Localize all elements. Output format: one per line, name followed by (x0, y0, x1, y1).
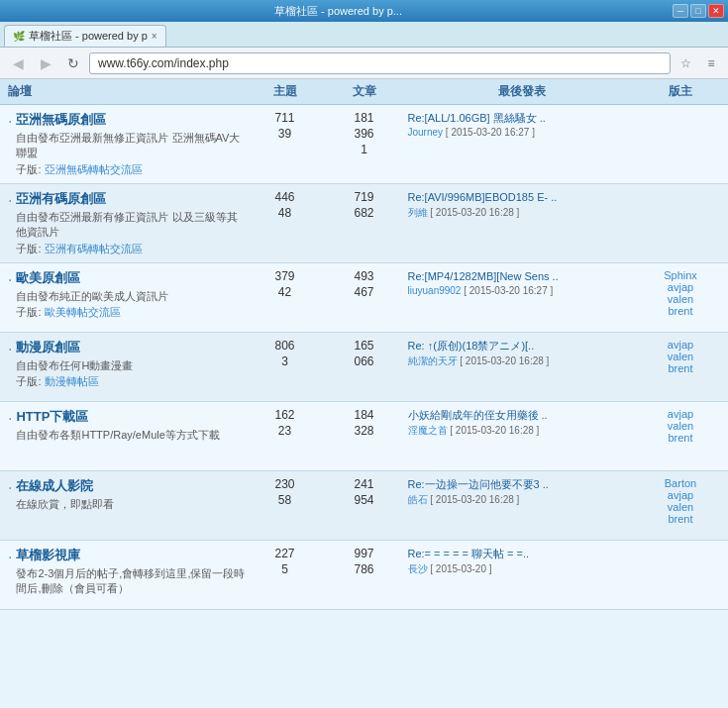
topics-num1: 379 (274, 269, 294, 283)
moderator-link[interactable]: brent (641, 432, 720, 444)
posts-num1: 184 (354, 408, 373, 422)
forum-title-content: 歐美原創區 自由發布純正的歐美成人資訊片 子版: 歐美轉帖交流區 (16, 269, 168, 320)
posts-num1: 997 (354, 547, 373, 560)
browser-tab[interactable]: 🌿 草榴社區 - powered by p × (4, 25, 166, 47)
last-post-user[interactable]: 淫魔之首 (408, 425, 448, 436)
subboard-link[interactable]: 動漫轉帖區 (45, 375, 99, 387)
forum-lastpost-col: Re:= = = = = 聊天帖 = =.. 長沙 [ 2015-03-20 ] (404, 547, 642, 576)
header-forum: 論壇 (8, 83, 246, 100)
last-post-meta: 純潔的天牙 [ 2015-03-20 16:28 ] (408, 354, 642, 368)
forum-title-link[interactable]: 亞洲有碼原創區 (16, 190, 245, 208)
forum-title-link[interactable]: 草榴影視庫 (16, 547, 245, 564)
moderator-link[interactable]: valen (641, 293, 720, 305)
topics-num1: 806 (274, 339, 294, 353)
last-post-title[interactable]: 小妖給剛成年的侄女用藥後 .. (408, 408, 642, 422)
last-post-user[interactable]: 皓石 (408, 494, 428, 505)
maximize-button[interactable]: □ (690, 4, 706, 18)
table-row: · 草榴影視庫 發布2-3個月后的帖子,會轉移到這里,保留一段時間后,刪除（會員… (0, 541, 728, 610)
moderator-link[interactable]: Sphinx (641, 269, 720, 281)
subboard-link[interactable]: 亞洲有碼轉帖交流區 (45, 243, 143, 254)
forum-title-link[interactable]: 動漫原創區 (16, 339, 133, 356)
forum-subboard: 子版: 亞洲有碼轉帖交流區 (16, 242, 245, 256)
subboard-link[interactable]: 歐美轉帖交流區 (45, 306, 121, 318)
forum-posts-col: 165 066 (325, 339, 404, 368)
last-post-user[interactable]: liuyuan9902 (408, 285, 462, 296)
last-post-title[interactable]: Re:[MP4/1282MB][New Sens .. (408, 269, 642, 283)
tab-close-button[interactable]: × (152, 31, 157, 42)
forum-title-content: HTTP下載區 自由發布各類HTTP/Ray/eMule等方式下載 (16, 408, 219, 443)
moderator-link[interactable]: brent (641, 305, 720, 317)
forum-moderator-col: avjap valen brent (641, 339, 720, 374)
bookmark-icon[interactable]: ☆ (675, 52, 696, 74)
forum-title-content: 動漫原創區 自由發布任何H動畫漫畫 子版: 動漫轉帖區 (16, 339, 133, 389)
forum-title-content: 亞洲有碼原創區 自由發布亞洲最新有修正資訊片 以及三級等其他資訊片 子版: 亞洲… (16, 190, 245, 256)
moderator-link[interactable]: Barton (641, 477, 720, 489)
forum-title-col: · 草榴影視庫 發布2-3個月后的帖子,會轉移到這里,保留一段時間后,刪除（會員… (8, 547, 246, 597)
forum-title-col: · 在線成人影院 在線欣賞，即點即看 (8, 477, 246, 512)
refresh-button[interactable]: ↻ (61, 51, 85, 75)
posts-num2: 954 (354, 493, 373, 507)
moderator-link[interactable]: valen (641, 351, 720, 362)
subboard-link[interactable]: 亞洲無碼轉帖交流區 (45, 163, 143, 175)
last-post-date: 2015-03-20 16:28 (436, 494, 514, 505)
posts-num3: 1 (361, 143, 367, 156)
posts-num1: 719 (354, 190, 373, 204)
moderator-link[interactable]: valen (641, 501, 720, 513)
last-post-user[interactable]: 長沙 (408, 563, 428, 574)
moderator-link[interactable]: avjap (641, 281, 720, 293)
header-moderator: 版主 (641, 83, 720, 100)
forum-lastpost-col: Re: ↑(原创)(18禁アニメ)[.. 純潔的天牙 [ 2015-03-20 … (404, 339, 642, 368)
minimize-button[interactable]: ─ (673, 4, 688, 18)
tab-label: 草榴社區 - powered by p (29, 29, 148, 44)
last-post-title[interactable]: Re: ↑(原创)(18禁アニメ)[.. (408, 339, 642, 353)
forum-desc: 發布2-3個月后的帖子,會轉移到這里,保留一段時間后,刪除（會員可看） (16, 566, 245, 597)
last-post-title[interactable]: Re:[ALL/1.06GB] 黑絲騷女 .. (408, 111, 642, 125)
back-button[interactable]: ◀ (6, 51, 30, 75)
forum-title-link[interactable]: HTTP下載區 (16, 408, 219, 426)
forum-desc: 自由發布任何H動畫漫畫 (16, 358, 133, 373)
moderator-link[interactable]: avjap (641, 339, 720, 351)
forum-topics-col: 162 23 (246, 408, 325, 438)
forum-title-col: · 動漫原創區 自由發布任何H動畫漫畫 子版: 動漫轉帖區 (8, 339, 246, 389)
forum-table-header: 論壇 主題 文章 最後發表 版主 (0, 79, 728, 105)
forum-posts-col: 997 786 (325, 547, 404, 576)
topics-num2: 3 (281, 354, 288, 368)
last-post-user[interactable]: Journey (408, 127, 444, 138)
last-post-user[interactable]: 列維 (408, 207, 428, 218)
header-lastpost: 最後發表 (404, 83, 642, 100)
title-bar-buttons: ─ □ ✕ (673, 4, 724, 18)
forum-subboard: 子版: 動漫轉帖區 (16, 374, 133, 389)
forum-posts-col: 184 328 (325, 408, 404, 438)
moderator-link[interactable]: avjap (641, 408, 720, 420)
close-button[interactable]: ✕ (708, 4, 724, 18)
last-post-title[interactable]: Re:= = = = = 聊天帖 = =.. (408, 547, 642, 560)
forum-title-content: 草榴影視庫 發布2-3個月后的帖子,會轉移到這里,保留一段時間后,刪除（會員可看… (16, 547, 245, 597)
moderator-link[interactable]: brent (641, 513, 720, 525)
moderator-link[interactable]: valen (641, 420, 720, 432)
topics-num2: 42 (278, 285, 291, 299)
forum-bullet-icon: · (8, 341, 12, 358)
forum-title-link[interactable]: 在線成人影院 (16, 477, 114, 495)
last-post-user[interactable]: 純潔的天牙 (408, 355, 458, 366)
moderator-link[interactable]: avjap (641, 489, 720, 501)
forum-rows: · 亞洲無碼原創區 自由發布亞洲最新無修正資訊片 亞洲無碼AV大聯盟 子版: 亞… (0, 105, 728, 610)
menu-icon[interactable]: ≡ (700, 52, 722, 74)
header-posts: 文章 (325, 83, 404, 100)
moderator-link[interactable]: brent (641, 362, 720, 374)
forward-button[interactable]: ▶ (34, 51, 57, 75)
forum-title-link[interactable]: 歐美原創區 (16, 269, 168, 287)
last-post-meta: 長沙 [ 2015-03-20 ] (408, 562, 642, 576)
forum-title-link[interactable]: 亞洲無碼原創區 (16, 111, 245, 129)
forum-desc: 自由發布各類HTTP/Ray/eMule等方式下載 (16, 428, 219, 443)
last-post-title[interactable]: Re:一边操一边问他要不要3 .. (408, 477, 642, 491)
last-post-title[interactable]: Re:[AVI/996MB]EBOD185 E- .. (408, 190, 642, 204)
header-topics: 主題 (246, 83, 325, 100)
topics-num1: 162 (274, 408, 294, 422)
address-bar[interactable] (89, 52, 671, 74)
forum-title-content: 亞洲無碼原創區 自由發布亞洲最新無修正資訊片 亞洲無碼AV大聯盟 子版: 亞洲無… (16, 111, 245, 177)
forum-title-col: · HTTP下載區 自由發布各類HTTP/Ray/eMule等方式下載 (8, 408, 246, 443)
posts-num1: 493 (354, 269, 373, 283)
topics-num2: 58 (278, 493, 291, 507)
table-row: · HTTP下載區 自由發布各類HTTP/Ray/eMule等方式下載 162 … (0, 402, 728, 471)
forum-topics-col: 227 5 (246, 547, 325, 576)
